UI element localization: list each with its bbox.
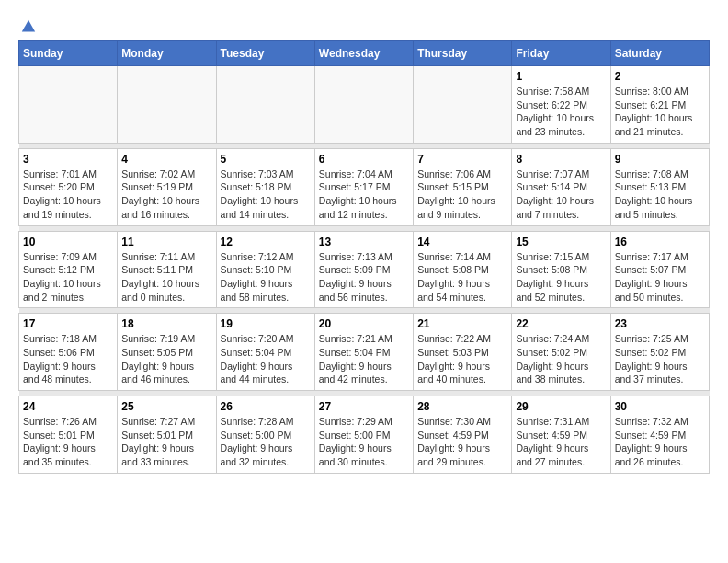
calendar-cell: 30Sunrise: 7:32 AM Sunset: 4:59 PM Dayli…	[610, 396, 709, 474]
day-number: 12	[221, 236, 311, 248]
day-number: 20	[319, 317, 409, 330]
day-info: Sunrise: 7:01 AM Sunset: 5:20 PM Dayligh…	[23, 167, 113, 222]
day-info: Sunrise: 7:02 AM Sunset: 5:19 PM Dayligh…	[121, 167, 211, 222]
calendar-cell: 24Sunrise: 7:26 AM Sunset: 5:01 PM Dayli…	[19, 396, 118, 474]
day-number: 25	[121, 400, 211, 413]
calendar-week-1: 1Sunrise: 7:58 AM Sunset: 6:22 PM Daylig…	[19, 66, 710, 144]
svg-marker-0	[22, 20, 35, 32]
calendar-week-3: 10Sunrise: 7:09 AM Sunset: 5:12 PM Dayli…	[19, 231, 710, 308]
calendar: SundayMondayTuesdayWednesdayThursdayFrid…	[18, 40, 710, 474]
calendar-week-2: 3Sunrise: 7:01 AM Sunset: 5:20 PM Daylig…	[19, 148, 710, 225]
day-number: 30	[615, 400, 705, 413]
weekday-tuesday: Tuesday	[216, 41, 314, 66]
calendar-cell	[19, 66, 118, 144]
day-number: 13	[319, 236, 409, 248]
day-info: Sunrise: 7:20 AM Sunset: 5:04 PM Dayligh…	[221, 332, 311, 386]
day-info: Sunrise: 7:28 AM Sunset: 5:00 PM Dayligh…	[221, 415, 311, 469]
day-number: 18	[121, 317, 211, 330]
calendar-cell: 3Sunrise: 7:01 AM Sunset: 5:20 PM Daylig…	[19, 148, 118, 225]
day-number: 10	[23, 236, 113, 248]
day-number: 4	[121, 153, 211, 166]
day-info: Sunrise: 7:03 AM Sunset: 5:18 PM Dayligh…	[221, 167, 311, 222]
calendar-cell: 16Sunrise: 7:17 AM Sunset: 5:07 PM Dayli…	[610, 231, 709, 308]
calendar-cell: 19Sunrise: 7:20 AM Sunset: 5:04 PM Dayli…	[216, 314, 314, 391]
day-number: 8	[516, 153, 606, 166]
calendar-cell: 27Sunrise: 7:29 AM Sunset: 5:00 PM Dayli…	[314, 396, 413, 474]
weekday-saturday: Saturday	[610, 41, 709, 66]
calendar-cell: 10Sunrise: 7:09 AM Sunset: 5:12 PM Dayli…	[19, 231, 118, 308]
day-info: Sunrise: 7:30 AM Sunset: 4:59 PM Dayligh…	[417, 415, 507, 469]
calendar-cell: 5Sunrise: 7:03 AM Sunset: 5:18 PM Daylig…	[216, 148, 314, 225]
calendar-cell: 11Sunrise: 7:11 AM Sunset: 5:11 PM Dayli…	[118, 231, 216, 308]
day-info: Sunrise: 7:04 AM Sunset: 5:17 PM Dayligh…	[319, 167, 409, 222]
weekday-friday: Friday	[512, 41, 610, 66]
day-info: Sunrise: 7:14 AM Sunset: 5:08 PM Dayligh…	[417, 250, 507, 304]
calendar-body: 1Sunrise: 7:58 AM Sunset: 6:22 PM Daylig…	[19, 66, 710, 474]
day-info: Sunrise: 7:09 AM Sunset: 5:12 PM Dayligh…	[23, 250, 113, 304]
day-info: Sunrise: 7:58 AM Sunset: 6:22 PM Dayligh…	[516, 85, 606, 139]
calendar-cell: 22Sunrise: 7:24 AM Sunset: 5:02 PM Dayli…	[512, 314, 610, 391]
day-number: 24	[23, 400, 113, 413]
day-info: Sunrise: 7:31 AM Sunset: 4:59 PM Dayligh…	[516, 415, 606, 469]
calendar-cell: 25Sunrise: 7:27 AM Sunset: 5:01 PM Dayli…	[118, 396, 216, 474]
calendar-cell: 2Sunrise: 8:00 AM Sunset: 6:21 PM Daylig…	[610, 66, 709, 144]
day-info: Sunrise: 7:15 AM Sunset: 5:08 PM Dayligh…	[516, 250, 606, 304]
calendar-cell: 26Sunrise: 7:28 AM Sunset: 5:00 PM Dayli…	[216, 396, 314, 474]
day-info: Sunrise: 7:21 AM Sunset: 5:04 PM Dayligh…	[319, 332, 409, 386]
day-info: Sunrise: 7:25 AM Sunset: 5:02 PM Dayligh…	[615, 332, 705, 386]
weekday-wednesday: Wednesday	[314, 41, 413, 66]
calendar-cell: 4Sunrise: 7:02 AM Sunset: 5:19 PM Daylig…	[118, 148, 216, 225]
calendar-cell: 13Sunrise: 7:13 AM Sunset: 5:09 PM Dayli…	[314, 231, 413, 308]
day-number: 21	[417, 317, 507, 330]
day-info: Sunrise: 7:07 AM Sunset: 5:14 PM Dayligh…	[516, 167, 606, 222]
day-number: 7	[417, 153, 507, 166]
calendar-cell: 9Sunrise: 7:08 AM Sunset: 5:13 PM Daylig…	[610, 148, 709, 225]
day-number: 6	[319, 153, 409, 166]
day-number: 2	[615, 70, 705, 83]
calendar-cell: 7Sunrise: 7:06 AM Sunset: 5:15 PM Daylig…	[414, 148, 512, 225]
day-number: 28	[417, 400, 507, 413]
logo-icon	[20, 18, 37, 35]
day-number: 26	[221, 400, 311, 413]
weekday-header-row: SundayMondayTuesdayWednesdayThursdayFrid…	[19, 41, 710, 66]
calendar-cell: 1Sunrise: 7:58 AM Sunset: 6:22 PM Daylig…	[512, 66, 610, 144]
header	[18, 18, 710, 31]
day-number: 1	[516, 70, 606, 83]
day-number: 9	[615, 153, 705, 166]
calendar-cell	[118, 66, 216, 144]
day-info: Sunrise: 7:27 AM Sunset: 5:01 PM Dayligh…	[121, 415, 211, 469]
day-number: 17	[23, 317, 113, 330]
day-number: 19	[221, 317, 311, 330]
weekday-thursday: Thursday	[414, 41, 512, 66]
calendar-cell: 14Sunrise: 7:14 AM Sunset: 5:08 PM Dayli…	[414, 231, 512, 308]
day-info: Sunrise: 7:32 AM Sunset: 4:59 PM Dayligh…	[615, 415, 705, 469]
calendar-cell: 17Sunrise: 7:18 AM Sunset: 5:06 PM Dayli…	[19, 314, 118, 391]
day-info: Sunrise: 7:29 AM Sunset: 5:00 PM Dayligh…	[319, 415, 409, 469]
day-info: Sunrise: 7:17 AM Sunset: 5:07 PM Dayligh…	[615, 250, 705, 304]
calendar-cell: 23Sunrise: 7:25 AM Sunset: 5:02 PM Dayli…	[610, 314, 709, 391]
day-number: 5	[221, 153, 311, 166]
day-info: Sunrise: 7:12 AM Sunset: 5:10 PM Dayligh…	[221, 250, 311, 304]
calendar-cell: 28Sunrise: 7:30 AM Sunset: 4:59 PM Dayli…	[414, 396, 512, 474]
day-number: 23	[615, 317, 705, 330]
logo	[18, 18, 37, 31]
calendar-cell: 21Sunrise: 7:22 AM Sunset: 5:03 PM Dayli…	[414, 314, 512, 391]
day-number: 11	[121, 236, 211, 248]
day-number: 29	[516, 400, 606, 413]
day-number: 3	[23, 153, 113, 166]
calendar-cell: 6Sunrise: 7:04 AM Sunset: 5:17 PM Daylig…	[314, 148, 413, 225]
weekday-monday: Monday	[118, 41, 216, 66]
day-number: 14	[417, 236, 507, 248]
day-info: Sunrise: 7:19 AM Sunset: 5:05 PM Dayligh…	[121, 332, 211, 386]
day-number: 16	[615, 236, 705, 248]
calendar-cell: 15Sunrise: 7:15 AM Sunset: 5:08 PM Dayli…	[512, 231, 610, 308]
calendar-cell: 29Sunrise: 7:31 AM Sunset: 4:59 PM Dayli…	[512, 396, 610, 474]
calendar-cell: 20Sunrise: 7:21 AM Sunset: 5:04 PM Dayli…	[314, 314, 413, 391]
day-info: Sunrise: 7:13 AM Sunset: 5:09 PM Dayligh…	[319, 250, 409, 304]
day-info: Sunrise: 7:06 AM Sunset: 5:15 PM Dayligh…	[417, 167, 507, 222]
calendar-week-5: 24Sunrise: 7:26 AM Sunset: 5:01 PM Dayli…	[19, 396, 710, 474]
weekday-sunday: Sunday	[19, 41, 118, 66]
day-info: Sunrise: 7:08 AM Sunset: 5:13 PM Dayligh…	[615, 167, 705, 222]
day-info: Sunrise: 7:18 AM Sunset: 5:06 PM Dayligh…	[23, 332, 113, 386]
day-info: Sunrise: 7:11 AM Sunset: 5:11 PM Dayligh…	[121, 250, 211, 304]
